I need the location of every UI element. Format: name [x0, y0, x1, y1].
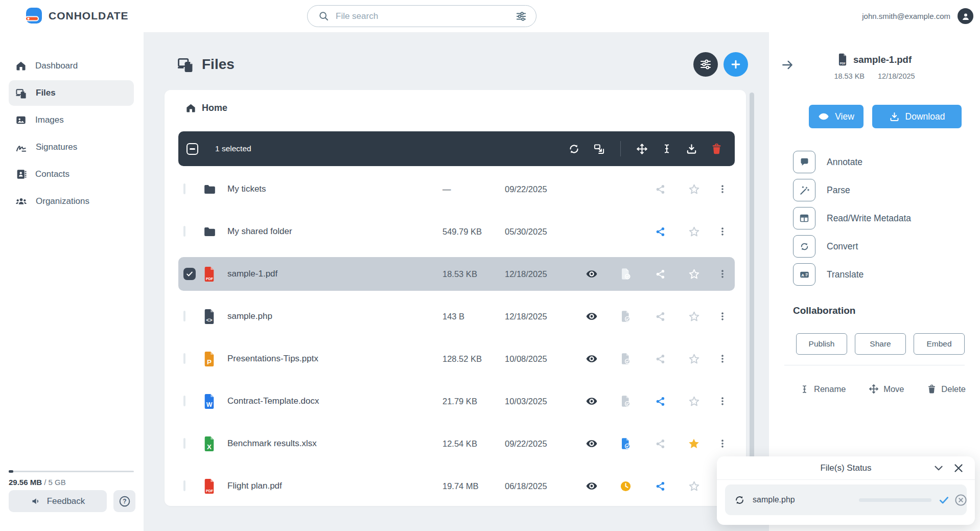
- translate-action[interactable]: A Translate: [793, 263, 962, 286]
- star-icon[interactable]: [678, 396, 710, 407]
- breadcrumb[interactable]: Home: [185, 103, 227, 113]
- row-menu-icon[interactable]: [710, 269, 735, 279]
- file-row[interactable]: W Contract-Template.docx 21.79 KB 10/03/…: [178, 384, 735, 418]
- file-status-icon[interactable]: [608, 353, 643, 365]
- star-icon[interactable]: [678, 353, 710, 365]
- row-checkbox[interactable]: [183, 438, 185, 449]
- row-checkbox[interactable]: [183, 353, 185, 364]
- help-button[interactable]: ?: [113, 490, 135, 512]
- avatar[interactable]: [958, 8, 973, 24]
- chevron-down-icon[interactable]: [932, 462, 945, 474]
- brand-logo[interactable]: CONHOLDATE: [25, 7, 129, 24]
- feedback-button[interactable]: Feedback: [9, 490, 107, 512]
- file-date: 06/18/2025: [505, 481, 575, 491]
- star-icon[interactable]: [678, 268, 710, 280]
- file-row[interactable]: X Benchmark results.xlsx 12.54 KB 09/22/…: [178, 427, 735, 460]
- preview-eye-icon[interactable]: [575, 310, 608, 322]
- file-row[interactable]: P Presentations-Tips.pptx 128.52 KB 10/0…: [178, 342, 735, 376]
- file-row[interactable]: My tickets — 09/22/2025: [178, 172, 735, 206]
- dismiss-circle-x-icon[interactable]: [954, 494, 967, 506]
- file-status-icon[interactable]: [608, 268, 643, 280]
- embed-button[interactable]: Embed: [914, 333, 965, 355]
- convert-icon[interactable]: [568, 143, 580, 155]
- row-menu-icon[interactable]: [710, 396, 735, 406]
- list-scrollbar[interactable]: [750, 93, 754, 501]
- row-checkbox[interactable]: [183, 396, 185, 406]
- row-checkbox-checked[interactable]: [183, 268, 196, 280]
- rename-action[interactable]: Rename: [800, 384, 846, 394]
- svg-text:P: P: [207, 358, 212, 366]
- row-menu-icon[interactable]: [710, 184, 735, 194]
- share-icon[interactable]: [643, 354, 678, 364]
- star-icon[interactable]: [678, 226, 710, 238]
- wand-icon: [793, 179, 815, 201]
- rename-icon[interactable]: [661, 143, 672, 154]
- download-button[interactable]: Download: [872, 105, 962, 128]
- move-icon[interactable]: [636, 143, 648, 155]
- file-status-icon[interactable]: [608, 437, 643, 450]
- share-icon[interactable]: [643, 438, 678, 449]
- star-icon[interactable]: [678, 183, 710, 195]
- sidebar-item-dashboard[interactable]: Dashboard: [9, 53, 134, 79]
- share-icon[interactable]: [643, 481, 678, 492]
- copy-icon[interactable]: [593, 143, 605, 155]
- row-menu-icon[interactable]: [710, 226, 735, 237]
- file-search-box[interactable]: [307, 5, 536, 27]
- file-status-icon[interactable]: [608, 310, 643, 322]
- row-menu-icon[interactable]: [710, 438, 735, 449]
- metadata-action[interactable]: Read/Write Metadata: [793, 207, 962, 229]
- share-icon[interactable]: [643, 269, 678, 280]
- row-checkbox[interactable]: [183, 226, 185, 237]
- file-status-icon[interactable]: [608, 395, 643, 407]
- preview-eye-icon[interactable]: [575, 268, 608, 280]
- preview-eye-icon[interactable]: [575, 437, 608, 450]
- share-button[interactable]: Share: [855, 333, 906, 355]
- publish-button[interactable]: Publish: [796, 333, 847, 355]
- share-icon[interactable]: [643, 396, 678, 407]
- delete-icon[interactable]: [711, 143, 722, 155]
- file-row[interactable]: My shared folder 549.79 KB 05/30/2025: [178, 215, 735, 248]
- share-icon[interactable]: [643, 226, 678, 237]
- file-row[interactable]: <> sample.php 143 B 12/18/2025: [178, 299, 735, 333]
- sidebar-item-contacts[interactable]: Contacts: [9, 161, 134, 187]
- row-checkbox[interactable]: [183, 480, 185, 491]
- sidebar-item-label: Dashboard: [35, 61, 78, 71]
- parse-action[interactable]: Parse: [793, 179, 962, 201]
- delete-action[interactable]: Delete: [927, 384, 966, 394]
- view-settings-button[interactable]: [693, 52, 718, 77]
- trash-icon: [927, 384, 937, 394]
- search-input[interactable]: [336, 11, 516, 21]
- sidebar-item-signatures[interactable]: Signatures: [9, 134, 134, 160]
- convert-action[interactable]: Convert: [793, 235, 962, 258]
- file-row-selected[interactable]: PDF sample-1.pdf 18.53 KB 12/18/2025: [178, 257, 735, 291]
- move-action[interactable]: Move: [869, 384, 904, 394]
- sidebar-item-files[interactable]: Files: [9, 80, 134, 106]
- pdf-file-icon: PDF: [837, 53, 848, 66]
- star-icon-favorite[interactable]: [678, 437, 710, 450]
- status-item: sample.php: [725, 484, 967, 515]
- select-all-checkbox[interactable]: [186, 143, 198, 155]
- sidebar-item-organizations[interactable]: Organizations: [9, 189, 134, 214]
- move-label: Move: [883, 384, 904, 394]
- search-filter-icon[interactable]: [516, 11, 527, 22]
- preview-eye-icon[interactable]: [575, 353, 608, 365]
- pending-clock-icon[interactable]: [608, 480, 643, 492]
- view-button[interactable]: View: [809, 105, 864, 128]
- star-icon[interactable]: [678, 480, 710, 492]
- share-icon[interactable]: [643, 184, 678, 195]
- row-checkbox[interactable]: [183, 311, 185, 321]
- row-menu-icon[interactable]: [710, 354, 735, 364]
- row-checkbox[interactable]: [183, 183, 185, 194]
- sidebar-item-images[interactable]: Images: [9, 107, 134, 133]
- row-menu-icon[interactable]: [710, 311, 735, 321]
- annotate-action[interactable]: Annotate: [793, 151, 962, 173]
- download-icon[interactable]: [686, 143, 697, 155]
- file-row[interactable]: PDF Flight plan.pdf 19.74 MB 06/18/2025: [178, 469, 735, 503]
- close-icon[interactable]: [952, 462, 965, 474]
- preview-eye-icon[interactable]: [575, 395, 608, 407]
- rename-label: Rename: [814, 384, 846, 394]
- share-icon[interactable]: [643, 311, 678, 322]
- star-icon[interactable]: [678, 311, 710, 322]
- add-file-button[interactable]: [724, 52, 748, 77]
- preview-eye-icon[interactable]: [575, 480, 608, 492]
